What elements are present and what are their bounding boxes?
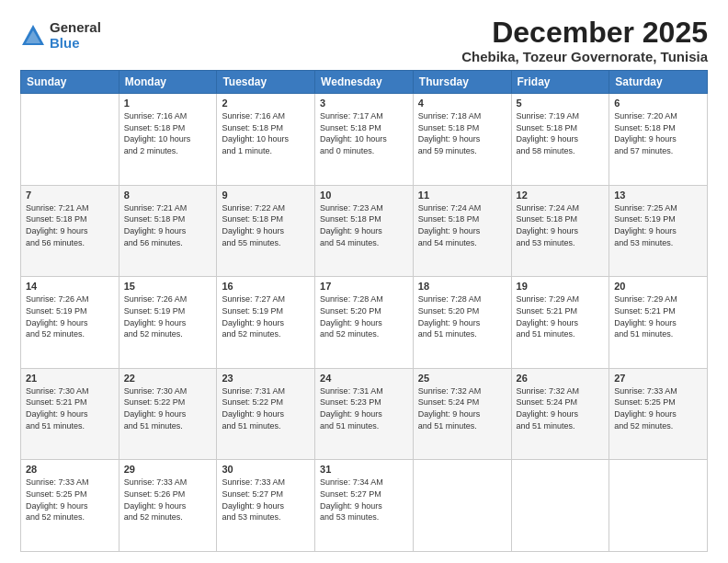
day-number: 22	[124, 373, 212, 384]
day-info: Sunrise: 7:31 AM Sunset: 5:23 PM Dayligh…	[320, 385, 408, 431]
calendar-cell: 16Sunrise: 7:27 AM Sunset: 5:19 PM Dayli…	[217, 277, 315, 369]
calendar-cell: 4Sunrise: 7:18 AM Sunset: 5:18 PM Daylig…	[413, 94, 511, 186]
day-info: Sunrise: 7:29 AM Sunset: 5:21 PM Dayligh…	[517, 293, 605, 339]
calendar-cell	[511, 460, 609, 552]
day-number: 28	[26, 464, 114, 475]
calendar-cell: 17Sunrise: 7:28 AM Sunset: 5:20 PM Dayli…	[315, 277, 414, 369]
calendar-cell: 23Sunrise: 7:31 AM Sunset: 5:22 PM Dayli…	[217, 368, 315, 460]
logo-icon	[20, 23, 46, 49]
day-number: 2	[222, 98, 310, 109]
day-info: Sunrise: 7:29 AM Sunset: 5:21 PM Dayligh…	[614, 293, 702, 339]
day-number: 21	[26, 373, 114, 384]
calendar-cell: 30Sunrise: 7:33 AM Sunset: 5:27 PM Dayli…	[217, 460, 315, 552]
month-title: December 2025	[461, 17, 708, 49]
day-header-tuesday: Tuesday	[217, 71, 315, 94]
day-info: Sunrise: 7:21 AM Sunset: 5:18 PM Dayligh…	[26, 202, 114, 248]
title-block: December 2025 Chebika, Tozeur Governorat…	[461, 17, 708, 64]
day-header-thursday: Thursday	[413, 71, 511, 94]
calendar-cell: 7Sunrise: 7:21 AM Sunset: 5:18 PM Daylig…	[21, 185, 119, 277]
calendar-cell	[609, 460, 708, 552]
day-number: 17	[320, 281, 408, 292]
calendar-cell: 14Sunrise: 7:26 AM Sunset: 5:19 PM Dayli…	[21, 277, 119, 369]
day-info: Sunrise: 7:23 AM Sunset: 5:18 PM Dayligh…	[320, 202, 408, 248]
day-info: Sunrise: 7:26 AM Sunset: 5:19 PM Dayligh…	[26, 293, 114, 339]
logo-text: General Blue	[50, 20, 101, 51]
calendar-cell	[21, 94, 119, 186]
calendar-cell: 29Sunrise: 7:33 AM Sunset: 5:26 PM Dayli…	[119, 460, 217, 552]
day-number: 13	[614, 190, 702, 201]
calendar-cell: 20Sunrise: 7:29 AM Sunset: 5:21 PM Dayli…	[609, 277, 708, 369]
logo: General Blue	[20, 20, 101, 51]
day-number: 5	[517, 98, 605, 109]
day-number: 1	[124, 98, 212, 109]
day-number: 30	[222, 464, 310, 475]
day-info: Sunrise: 7:33 AM Sunset: 5:26 PM Dayligh…	[124, 477, 212, 523]
calendar-cell: 6Sunrise: 7:20 AM Sunset: 5:18 PM Daylig…	[609, 94, 708, 186]
day-info: Sunrise: 7:31 AM Sunset: 5:22 PM Dayligh…	[222, 385, 310, 431]
calendar-cell: 9Sunrise: 7:22 AM Sunset: 5:18 PM Daylig…	[217, 185, 315, 277]
day-number: 27	[614, 373, 702, 384]
day-number: 3	[320, 98, 408, 109]
calendar-cell: 22Sunrise: 7:30 AM Sunset: 5:22 PM Dayli…	[119, 368, 217, 460]
calendar-cell: 18Sunrise: 7:28 AM Sunset: 5:20 PM Dayli…	[413, 277, 511, 369]
calendar-cell: 15Sunrise: 7:26 AM Sunset: 5:19 PM Dayli…	[119, 277, 217, 369]
day-info: Sunrise: 7:32 AM Sunset: 5:24 PM Dayligh…	[517, 385, 605, 431]
day-number: 19	[517, 281, 605, 292]
calendar-cell: 28Sunrise: 7:33 AM Sunset: 5:25 PM Dayli…	[21, 460, 119, 552]
day-info: Sunrise: 7:24 AM Sunset: 5:18 PM Dayligh…	[418, 202, 506, 248]
day-number: 18	[418, 281, 506, 292]
day-header-saturday: Saturday	[609, 71, 708, 94]
header: General Blue December 2025 Chebika, Toze…	[20, 17, 708, 64]
calendar-cell: 25Sunrise: 7:32 AM Sunset: 5:24 PM Dayli…	[413, 368, 511, 460]
day-info: Sunrise: 7:25 AM Sunset: 5:19 PM Dayligh…	[614, 202, 702, 248]
day-header-wednesday: Wednesday	[315, 71, 414, 94]
calendar-week-row: 28Sunrise: 7:33 AM Sunset: 5:25 PM Dayli…	[21, 460, 708, 552]
day-header-sunday: Sunday	[21, 71, 119, 94]
day-info: Sunrise: 7:20 AM Sunset: 5:18 PM Dayligh…	[614, 110, 702, 156]
day-number: 6	[614, 98, 702, 109]
calendar-cell: 8Sunrise: 7:21 AM Sunset: 5:18 PM Daylig…	[119, 185, 217, 277]
day-number: 7	[26, 190, 114, 201]
calendar-cell: 13Sunrise: 7:25 AM Sunset: 5:19 PM Dayli…	[609, 185, 708, 277]
day-info: Sunrise: 7:17 AM Sunset: 5:18 PM Dayligh…	[320, 110, 408, 156]
day-info: Sunrise: 7:27 AM Sunset: 5:19 PM Dayligh…	[222, 293, 310, 339]
day-info: Sunrise: 7:22 AM Sunset: 5:18 PM Dayligh…	[222, 202, 310, 248]
day-info: Sunrise: 7:30 AM Sunset: 5:22 PM Dayligh…	[124, 385, 212, 431]
calendar-cell: 19Sunrise: 7:29 AM Sunset: 5:21 PM Dayli…	[511, 277, 609, 369]
day-number: 24	[320, 373, 408, 384]
day-info: Sunrise: 7:33 AM Sunset: 5:27 PM Dayligh…	[222, 477, 310, 523]
calendar-cell: 1Sunrise: 7:16 AM Sunset: 5:18 PM Daylig…	[119, 94, 217, 186]
location: Chebika, Tozeur Governorate, Tunisia	[461, 49, 708, 64]
day-number: 23	[222, 373, 310, 384]
calendar-week-row: 21Sunrise: 7:30 AM Sunset: 5:21 PM Dayli…	[21, 368, 708, 460]
calendar-cell: 5Sunrise: 7:19 AM Sunset: 5:18 PM Daylig…	[511, 94, 609, 186]
calendar-cell: 3Sunrise: 7:17 AM Sunset: 5:18 PM Daylig…	[315, 94, 414, 186]
day-number: 15	[124, 281, 212, 292]
calendar-week-row: 1Sunrise: 7:16 AM Sunset: 5:18 PM Daylig…	[21, 94, 708, 186]
day-header-monday: Monday	[119, 71, 217, 94]
day-number: 20	[614, 281, 702, 292]
calendar-week-row: 7Sunrise: 7:21 AM Sunset: 5:18 PM Daylig…	[21, 185, 708, 277]
day-info: Sunrise: 7:19 AM Sunset: 5:18 PM Dayligh…	[517, 110, 605, 156]
calendar-cell: 21Sunrise: 7:30 AM Sunset: 5:21 PM Dayli…	[21, 368, 119, 460]
day-info: Sunrise: 7:26 AM Sunset: 5:19 PM Dayligh…	[124, 293, 212, 339]
day-info: Sunrise: 7:16 AM Sunset: 5:18 PM Dayligh…	[124, 110, 212, 156]
calendar-cell: 12Sunrise: 7:24 AM Sunset: 5:18 PM Dayli…	[511, 185, 609, 277]
day-info: Sunrise: 7:34 AM Sunset: 5:27 PM Dayligh…	[320, 477, 408, 523]
calendar-cell: 26Sunrise: 7:32 AM Sunset: 5:24 PM Dayli…	[511, 368, 609, 460]
day-info: Sunrise: 7:16 AM Sunset: 5:18 PM Dayligh…	[222, 110, 310, 156]
calendar-cell: 27Sunrise: 7:33 AM Sunset: 5:25 PM Dayli…	[609, 368, 708, 460]
day-number: 16	[222, 281, 310, 292]
day-number: 25	[418, 373, 506, 384]
calendar-cell: 2Sunrise: 7:16 AM Sunset: 5:18 PM Daylig…	[217, 94, 315, 186]
day-info: Sunrise: 7:33 AM Sunset: 5:25 PM Dayligh…	[614, 385, 702, 431]
calendar-table: SundayMondayTuesdayWednesdayThursdayFrid…	[20, 70, 708, 552]
logo-general-text: General	[50, 20, 101, 36]
page: General Blue December 2025 Chebika, Toze…	[0, 0, 728, 563]
day-info: Sunrise: 7:21 AM Sunset: 5:18 PM Dayligh…	[124, 202, 212, 248]
day-number: 4	[418, 98, 506, 109]
day-info: Sunrise: 7:28 AM Sunset: 5:20 PM Dayligh…	[418, 293, 506, 339]
day-header-friday: Friday	[511, 71, 609, 94]
day-number: 26	[517, 373, 605, 384]
day-number: 29	[124, 464, 212, 475]
